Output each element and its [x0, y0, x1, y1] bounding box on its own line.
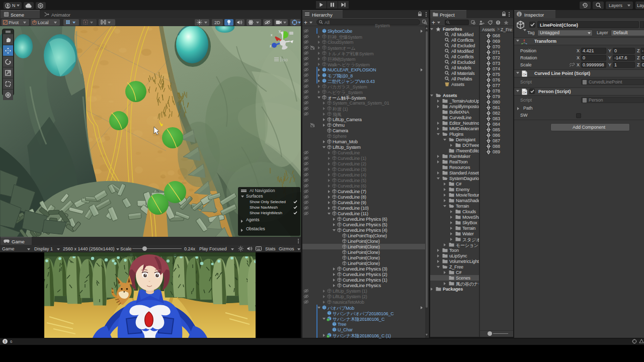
svg-text:C#: C# [523, 73, 527, 76]
svg-text:y: y [279, 29, 281, 33]
svg-text:x: x [271, 33, 273, 37]
svg-text:C#: C# [523, 91, 527, 94]
svg-text:z: z [270, 44, 272, 48]
svg-text:Iso: Iso [282, 57, 288, 62]
